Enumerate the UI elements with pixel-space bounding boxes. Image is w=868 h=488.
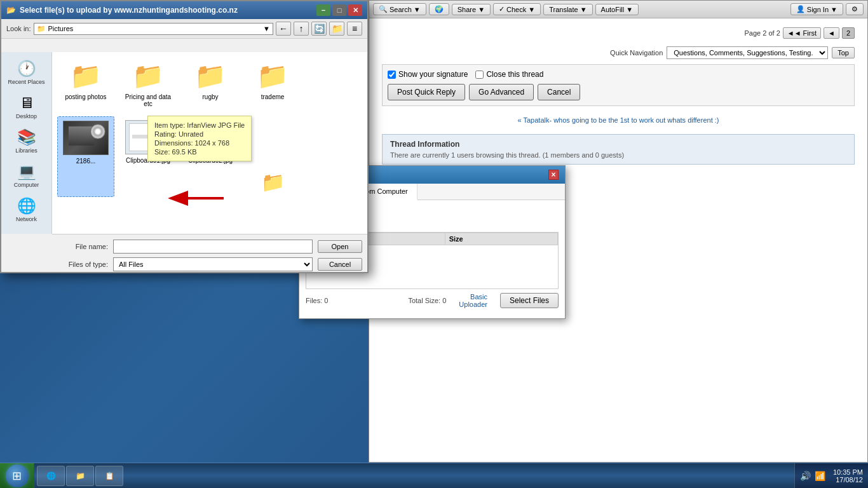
user-icon: 👤 xyxy=(796,5,805,13)
tapatalk-link[interactable]: « Tapatalk- whos going to be the 1st to … xyxy=(518,116,719,124)
start-button[interactable]: ⊞ xyxy=(0,463,34,489)
taskbar-item-ie[interactable]: 🌐 xyxy=(37,466,65,486)
nav-view-button[interactable]: ≡ xyxy=(347,22,362,36)
upload-dialog-close-button[interactable]: × xyxy=(548,170,559,180)
file-open-dialog: 📂 Select file(s) to upload by www.nzhunt… xyxy=(0,0,369,273)
sidebar-item-computer[interactable]: 💻 Computer xyxy=(4,160,49,191)
quick-nav-select[interactable]: Questions, Comments, Suggestions, Testin… xyxy=(667,46,828,59)
folder-icon: 📁 xyxy=(37,25,46,33)
folder-trademe-icon: 📁 xyxy=(257,61,288,91)
search-button[interactable]: 🔍 Search ▼ xyxy=(373,3,426,15)
look-in-container: Look in: 📁 Pictures ▼ xyxy=(6,23,273,35)
folder-pricing-icon: 📁 xyxy=(132,61,164,91)
image-thumbnail xyxy=(63,121,109,155)
date-display: 17/08/12 xyxy=(833,476,863,484)
file-item-rugby[interactable]: 📁 rugby xyxy=(182,57,239,111)
signin-button[interactable]: 👤 Sign In ▼ xyxy=(790,3,843,15)
show-signature-input[interactable] xyxy=(388,71,396,79)
sidebar-item-desktop[interactable]: 🖥 Desktop xyxy=(4,92,49,122)
file-dialog-titlebar: 📂 Select file(s) to upload by www.nzhunt… xyxy=(1,1,367,19)
extra-folder-icon: 📁 xyxy=(261,171,285,193)
file-tooltip: Item type: IrfanView JPG File Rating: Un… xyxy=(147,116,252,161)
libraries-label: Libraries xyxy=(15,147,37,154)
filename-input[interactable] xyxy=(113,240,313,254)
post-quick-reply-button[interactable]: Post Quick Reply xyxy=(388,84,465,100)
file-item-2186[interactable]: 2186... xyxy=(57,116,114,197)
gear-icon: ⚙ xyxy=(851,5,858,13)
desktop-label: Desktop xyxy=(16,113,37,119)
minimize-button[interactable]: − xyxy=(316,4,330,16)
dropdown-icon: ▼ xyxy=(263,25,270,32)
autofill-button[interactable]: AutoFill ▼ xyxy=(595,4,639,15)
maximize-button[interactable]: □ xyxy=(332,4,346,16)
tray-icons: 🔊 📶 xyxy=(800,471,825,481)
close-button[interactable]: ✕ xyxy=(348,4,362,16)
go-advanced-button[interactable]: Go Advanced xyxy=(469,84,534,100)
file-item-label: trademe xyxy=(261,93,285,100)
time-display: 10:35 PM xyxy=(833,468,863,476)
post-options: Show your signature Close this thread xyxy=(388,70,849,79)
file-item-label: posting photos xyxy=(65,93,106,100)
file-dialog-icon: 📂 xyxy=(6,6,16,15)
autofill-label: AutoFill ▼ xyxy=(601,6,634,13)
uploader-link[interactable]: Uploader xyxy=(459,301,487,308)
cancel-button[interactable]: Cancel xyxy=(318,258,362,271)
sidebar-item-network[interactable]: 🌐 Network xyxy=(4,194,49,225)
search-dropdown-icon: ▼ xyxy=(414,6,421,13)
file-item-label: 2186... xyxy=(76,158,96,165)
translate-button[interactable]: Translate ▼ xyxy=(543,4,592,15)
basic-link[interactable]: Basic xyxy=(459,293,487,301)
taskbar-item-explorer[interactable]: 📁 xyxy=(66,466,94,486)
check-button[interactable]: ✓ Check ▼ xyxy=(493,3,541,15)
check-label: Check ▼ xyxy=(506,6,535,13)
file-dialog-footer: File name: Open Files of type: All Files… xyxy=(52,234,367,272)
thread-info-section: Thread Information There are currently 1… xyxy=(382,134,855,165)
file-item-trademe[interactable]: 📁 trademe xyxy=(244,57,301,111)
nav-up-button[interactable]: ↑ xyxy=(294,22,309,36)
filetype-row: Files of type: All Files Cancel xyxy=(57,257,362,271)
cancel-button[interactable]: Cancel xyxy=(538,84,580,100)
file-item-pricing[interactable]: 📁 Pricing and data etc xyxy=(119,57,177,111)
tooltip-item-type: Item type: IrfanView JPG File xyxy=(154,121,245,129)
file-dialog-title-text: 📂 Select file(s) to upload by www.nzhunt… xyxy=(6,6,238,15)
current-page: 2 xyxy=(842,27,855,39)
desktop-icon: 🖥 xyxy=(19,94,34,112)
settings-button[interactable]: ⚙ xyxy=(846,3,864,15)
forum-footer: « Tapatalk- whos going to be the 1st to … xyxy=(382,111,855,129)
open-button[interactable]: Open xyxy=(318,240,362,253)
upload-footer-right: Total Size: 0 Basic Uploader Select File… xyxy=(408,293,559,308)
folder-posting-photos-icon: 📁 xyxy=(70,61,102,91)
close-thread-checkbox[interactable]: Close this thread xyxy=(475,70,543,79)
tooltip-rating: Rating: Unrated xyxy=(154,130,245,138)
browser-toolbar: 🔍 Search ▼ 🌍 Share ▼ ✓ Check ▼ Translate… xyxy=(369,1,867,18)
sidebar-item-recent-places[interactable]: 🕐 Recent Places xyxy=(4,57,49,88)
file-item-posting-photos[interactable]: 📁 posting photos xyxy=(57,57,114,111)
globe-button[interactable]: 🌍 xyxy=(429,3,449,15)
clock: 10:35 PM 17/08/12 xyxy=(833,468,863,484)
sidebar-item-libraries[interactable]: 📚 Libraries xyxy=(4,126,49,156)
nav-new-folder-button[interactable]: 📁 xyxy=(329,22,344,36)
total-size: Total Size: 0 xyxy=(408,297,446,304)
nav-back-button[interactable]: ← xyxy=(276,22,291,36)
file-item-extra-folder[interactable]: 📁 xyxy=(244,167,301,197)
file-dialog-main: 📁 posting photos 📁 Pricing and data etc … xyxy=(52,52,367,234)
filetype-select[interactable]: All Files xyxy=(113,257,313,271)
start-orb[interactable]: ⊞ xyxy=(6,464,29,487)
recent-places-icon: 🕐 xyxy=(17,60,36,78)
top-button[interactable]: Top xyxy=(832,47,855,58)
nav-refresh-button[interactable]: 🔄 xyxy=(311,22,327,36)
computer-icon: 💻 xyxy=(17,163,36,180)
quick-navigation: Quick Navigation Questions, Comments, Su… xyxy=(382,46,855,59)
select-files-button[interactable]: Select Files xyxy=(500,293,559,308)
windows-icon: ⊞ xyxy=(12,469,22,483)
show-signature-checkbox[interactable]: Show your signature xyxy=(388,70,468,79)
close-thread-input[interactable] xyxy=(475,71,484,79)
network-label: Network xyxy=(16,216,37,222)
first-page-button[interactable]: ◄◄ First xyxy=(783,27,821,39)
prev-page-button[interactable]: ◄ xyxy=(824,27,839,39)
look-in-select[interactable]: 📁 Pictures ▼ xyxy=(34,23,273,35)
libraries-icon: 📚 xyxy=(17,128,36,146)
taskbar-item-app[interactable]: 📋 xyxy=(95,466,123,486)
files-count: Files: 0 xyxy=(306,297,328,304)
share-button[interactable]: Share ▼ xyxy=(452,4,491,15)
